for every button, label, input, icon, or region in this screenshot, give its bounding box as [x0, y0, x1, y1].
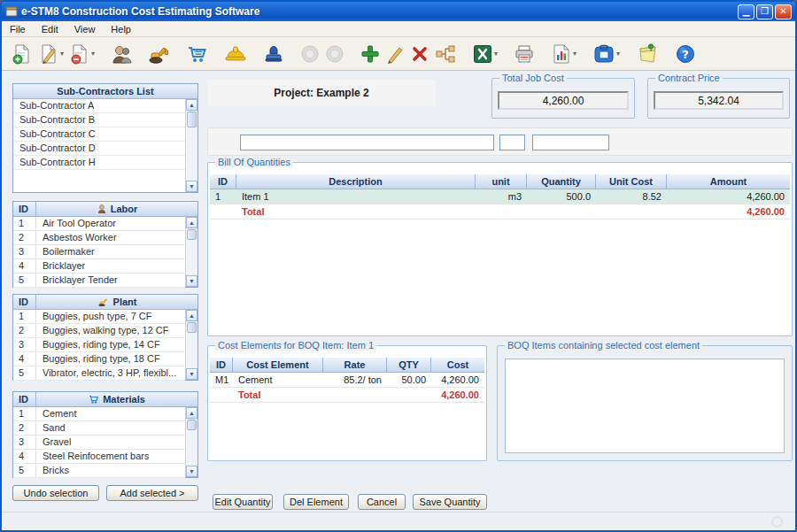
- report-chart-icon: [551, 43, 572, 65]
- labor-row[interactable]: 1Air Tool Operator: [13, 217, 185, 231]
- toolbar-tools-button[interactable]: [260, 41, 287, 67]
- toolbar-assign-button[interactable]: [432, 41, 459, 67]
- delete-project-dropdown-caret[interactable]: ▾: [91, 50, 95, 58]
- plant-row[interactable]: 2Buggies, walking type, 12 CF: [13, 324, 185, 338]
- scroll-up-icon[interactable]: ▲: [186, 407, 197, 419]
- item-unit-input[interactable]: [499, 135, 525, 150]
- toolbar-subcontractors-button[interactable]: [108, 41, 135, 67]
- menu-help[interactable]: Help: [103, 23, 139, 35]
- close-button[interactable]: ✕: [775, 4, 792, 19]
- plant-list: 1Buggies, push type, 7 CF 2Buggies, walk…: [13, 310, 185, 380]
- print-icon: [514, 43, 535, 65]
- toolbar-materials-button[interactable]: [184, 41, 211, 67]
- toolbar-print-button[interactable]: [511, 41, 538, 67]
- subcontractors-scrollbar[interactable]: ▲ ▼: [185, 99, 197, 192]
- cost-elements-total-label: Total: [233, 388, 323, 403]
- toolbar-project-case-button[interactable]: ▾: [590, 41, 623, 67]
- labor-row[interactable]: 5Bricklayer Tender: [13, 274, 185, 288]
- undo-selection-button[interactable]: Undo selection: [12, 485, 99, 501]
- material-row[interactable]: 3Gravel: [13, 436, 185, 450]
- contract-price-label: Contract Price: [655, 73, 723, 83]
- item-description-input[interactable]: [240, 135, 494, 150]
- scroll-down-icon[interactable]: ▼: [186, 368, 197, 380]
- menu-edit[interactable]: Edit: [34, 23, 66, 35]
- notes-icon: [636, 42, 659, 66]
- svg-text:?: ?: [682, 47, 689, 60]
- subcontractor-row[interactable]: Sub-Contractor D: [13, 142, 185, 156]
- scroll-up-icon[interactable]: ▲: [186, 217, 197, 228]
- subcontractor-row[interactable]: Sub-Contractor H: [13, 156, 185, 170]
- boq-items-listbox[interactable]: [505, 359, 785, 453]
- save-quantity-button[interactable]: Save Quantity: [413, 494, 487, 510]
- material-row[interactable]: 2Sand: [13, 421, 185, 436]
- subcontractor-row[interactable]: Sub-Contractor B: [13, 113, 185, 127]
- plant-row[interactable]: 1Buggies, push type, 7 CF: [13, 310, 185, 324]
- scroll-up-icon[interactable]: ▲: [186, 99, 197, 111]
- toolbar-export-excel-button[interactable]: ▾: [469, 41, 500, 67]
- boq-title: Bill Of Quantities: [215, 157, 293, 167]
- subcontractor-row[interactable]: Sub-Contractor A: [13, 99, 185, 113]
- material-row[interactable]: 1Cement: [13, 407, 185, 421]
- titlebar[interactable]: e-STM8 Construction Cost Estimating Soft…: [2, 2, 795, 21]
- add-selected-button[interactable]: Add selected >: [106, 485, 198, 501]
- plant-row[interactable]: 5Vibrator, electric, 3 HP, flexibl...: [13, 366, 185, 381]
- scroll-down-icon[interactable]: ▼: [186, 275, 197, 287]
- toolbar-delete-item-button[interactable]: [407, 41, 432, 67]
- boq-row[interactable]: 1 Item 1 m3 500.0 8.52 4,260.00: [210, 189, 790, 204]
- material-row[interactable]: 5Bricks: [13, 464, 185, 478]
- scroll-thumb[interactable]: [187, 229, 197, 240]
- edit-project-dropdown-caret[interactable]: ▾: [60, 50, 64, 58]
- plant-header-icon: [97, 297, 110, 307]
- labor-row[interactable]: 3Boilermaker: [13, 245, 185, 259]
- export-dropdown-caret[interactable]: ▾: [494, 50, 498, 58]
- toolbar-delete-project-button[interactable]: ▾: [66, 41, 97, 67]
- scroll-down-icon[interactable]: ▼: [186, 466, 197, 477]
- labor-scrollbar[interactable]: ▲ ▼: [185, 217, 197, 287]
- toolbar-edit-project-button[interactable]: ▾: [35, 41, 66, 67]
- export-excel-icon: [472, 43, 493, 65]
- delete-project-icon: [69, 43, 90, 65]
- cost-element-row[interactable]: M1 Cement 85.2/ ton 50.00 4,260.00: [210, 373, 484, 388]
- project-case-dropdown-caret[interactable]: ▾: [616, 50, 620, 58]
- app-icon: [5, 5, 18, 18]
- menu-view[interactable]: View: [66, 23, 104, 35]
- plant-scrollbar[interactable]: ▲ ▼: [185, 310, 197, 380]
- reports-dropdown-caret[interactable]: ▾: [573, 50, 576, 58]
- toolbar-edit-item-button[interactable]: [383, 41, 407, 67]
- subcontractor-icon: [111, 43, 132, 65]
- scroll-thumb[interactable]: [187, 112, 197, 127]
- menu-file[interactable]: File: [2, 23, 34, 35]
- toolbar-plant-button[interactable]: [145, 41, 174, 67]
- labor-row[interactable]: 2Asbestos Worker: [13, 231, 185, 245]
- boq-table: ID Description unit Quantity Unit Cost A…: [210, 174, 790, 334]
- toolbar-back-button: [298, 41, 322, 67]
- materials-scrollbar[interactable]: ▲ ▼: [185, 407, 197, 477]
- plant-row[interactable]: 3Buggies, riding type, 14 CF: [13, 338, 185, 352]
- cost-elements-total-cost: 4,260.00: [431, 388, 484, 403]
- maximize-button[interactable]: ❐: [756, 4, 773, 19]
- del-element-button[interactable]: Del Element: [283, 494, 349, 510]
- plant-row[interactable]: 4Buggies, riding type, 18 CF: [13, 352, 185, 366]
- toolbar-add-item-button[interactable]: [358, 41, 383, 67]
- toolbar-reports-button[interactable]: ▾: [548, 41, 579, 67]
- cancel-button[interactable]: Cancel: [358, 494, 406, 510]
- scroll-down-icon[interactable]: ▼: [186, 181, 197, 192]
- scroll-thumb[interactable]: [187, 322, 197, 333]
- labor-row[interactable]: 4Bricklayer: [13, 259, 185, 274]
- minimize-button[interactable]: ▁: [738, 4, 754, 19]
- help-icon: ?: [675, 43, 696, 65]
- scroll-thumb[interactable]: [187, 420, 197, 430]
- toolbar-labor-button[interactable]: [221, 41, 250, 67]
- tools-stamp-icon: [263, 43, 284, 65]
- material-row[interactable]: 4Steel Reinfocement bars: [13, 450, 185, 464]
- toolbar-help-button[interactable]: ?: [672, 41, 699, 67]
- toolbar-notes-button[interactable]: [633, 41, 662, 67]
- toolbar-new-project-button[interactable]: [9, 41, 35, 67]
- resize-grip-icon[interactable]: [771, 516, 783, 528]
- menubar: File Edit View Help: [2, 21, 795, 37]
- item-quantity-input[interactable]: [532, 135, 609, 150]
- scroll-up-icon[interactable]: ▲: [186, 310, 197, 321]
- edit-quantity-button[interactable]: Edit Quantity: [213, 494, 273, 510]
- edit-project-icon: [38, 43, 59, 65]
- subcontractor-row[interactable]: Sub-Contractor C: [13, 127, 185, 142]
